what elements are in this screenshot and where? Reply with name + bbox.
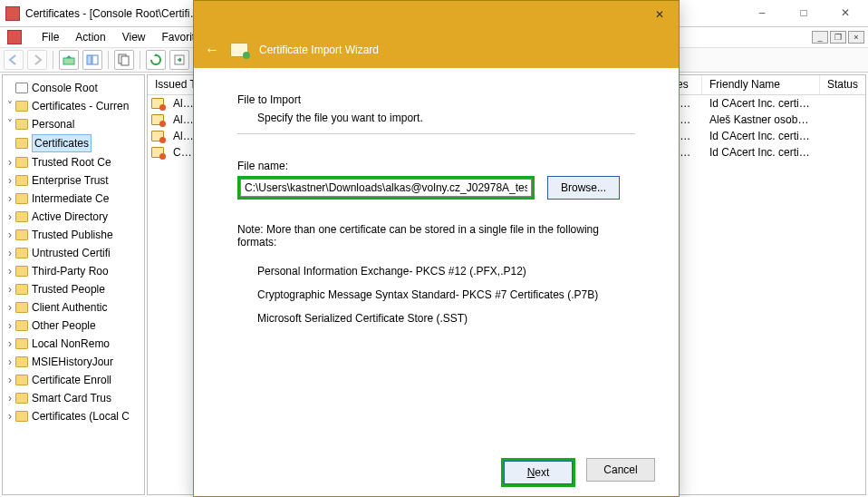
- folder-icon: [15, 338, 28, 349]
- console-tree-pane[interactable]: Console Root ˅Certificates - Curren ˅Per…: [2, 74, 145, 495]
- tree-expander[interactable]: ›: [5, 172, 15, 189]
- tree-expander[interactable]: ›: [5, 336, 15, 352]
- mdi-controls: _ ❐ ×: [812, 31, 864, 44]
- nav-back-button: [4, 50, 24, 70]
- certificate-icon: [151, 98, 164, 109]
- tree-expander[interactable]: ˅: [5, 116, 15, 132]
- folder-icon: [15, 375, 28, 385]
- file-input-highlight: [237, 176, 535, 200]
- app-icon: [5, 6, 20, 21]
- folder-icon: [15, 356, 28, 367]
- file-name-input[interactable]: [240, 179, 532, 197]
- dialog-header: ← Certificate Import Wizard: [194, 32, 679, 68]
- tree-msie-history[interactable]: MSIEHistoryJour: [32, 354, 113, 370]
- col-friendly-name[interactable]: Friendly Name: [702, 75, 820, 94]
- cell-friendly: Id CAcert Inc. certifi…: [702, 146, 820, 159]
- tree-third-party[interactable]: Third-Party Roo: [32, 263, 109, 279]
- certificate-import-wizard-dialog: ✕ ← Certificate Import Wizard File to Im…: [193, 0, 680, 497]
- folder-icon: [15, 101, 28, 112]
- tree-other-people[interactable]: Other People: [32, 317, 96, 334]
- tree-personal[interactable]: Personal: [32, 116, 74, 132]
- mdi-restore-button[interactable]: ❐: [830, 31, 846, 44]
- folder-icon: [15, 229, 28, 240]
- menu-action[interactable]: Action: [75, 31, 105, 44]
- dialog-titlebar[interactable]: [194, 1, 679, 32]
- tree-expander[interactable]: ›: [5, 299, 15, 316]
- tree-cert-enroll[interactable]: Certificate Enroll: [32, 372, 111, 388]
- tree-expander[interactable]: ˅: [5, 98, 15, 114]
- tree-certificates[interactable]: Certificates: [32, 134, 92, 152]
- tree-expander[interactable]: ›: [5, 317, 15, 334]
- col-issued-to[interactable]: Issued To: [148, 75, 198, 94]
- up-button[interactable]: [59, 50, 79, 70]
- folder-icon: [15, 157, 28, 168]
- section-description: Specify the file you want to import.: [257, 112, 635, 124]
- tree-intermediate[interactable]: Intermediate Ce: [32, 190, 109, 207]
- tree-expander[interactable]: ›: [5, 263, 15, 279]
- browse-button[interactable]: Browse...: [547, 176, 620, 200]
- tree-console-root[interactable]: Console Root: [32, 80, 98, 96]
- window-minimize-button[interactable]: –: [741, 0, 783, 25]
- show-hide-tree-button[interactable]: [82, 50, 102, 70]
- window-close-button[interactable]: ✕: [825, 0, 866, 25]
- export-button[interactable]: [169, 50, 189, 70]
- tree-expander[interactable]: ›: [5, 245, 15, 261]
- tree-expander[interactable]: ›: [5, 190, 15, 207]
- tree-expander[interactable]: ›: [5, 372, 15, 388]
- refresh-button[interactable]: [146, 50, 166, 70]
- folder-icon: [15, 411, 28, 422]
- menu-view[interactable]: View: [122, 31, 146, 44]
- tree-client-auth[interactable]: Client Authentic: [32, 299, 107, 316]
- tree-expander[interactable]: ›: [5, 354, 15, 370]
- note-text: Note: More than one certificate can be s…: [237, 223, 635, 248]
- mmc-icon: [7, 30, 22, 44]
- svg-rect-4: [121, 56, 129, 65]
- tree-active-directory[interactable]: Active Directory: [32, 209, 108, 225]
- tree-local-nonremo[interactable]: Local NonRemo: [32, 336, 110, 352]
- section-title: File to Import: [237, 93, 635, 106]
- tree-enterprise-trust[interactable]: Enterprise Trust: [32, 172, 109, 189]
- copy-button[interactable]: [114, 50, 134, 70]
- folder-icon: [15, 266, 28, 277]
- tree-certs-local[interactable]: Certificates (Local C: [32, 408, 130, 424]
- tree-smart-card[interactable]: Smart Card Trus: [32, 390, 111, 406]
- tree-expander[interactable]: ›: [5, 227, 15, 243]
- tree-trusted-publisher[interactable]: Trusted Publishe: [32, 227, 113, 243]
- tree-untrusted[interactable]: Untrusted Certifi: [32, 245, 111, 261]
- tree-expander[interactable]: ›: [5, 390, 15, 406]
- cancel-button[interactable]: Cancel: [586, 458, 655, 482]
- cell-friendly: Aleš Kastner osobní…: [702, 113, 820, 126]
- folder-icon: [15, 175, 28, 186]
- certificate-icon: [151, 131, 164, 141]
- dialog-close-button[interactable]: ✕: [646, 5, 673, 24]
- format-pfx: Personal Information Exchange- PKCS #12 …: [257, 259, 635, 283]
- divider: [237, 133, 635, 134]
- folder-icon: [15, 393, 28, 404]
- folder-icon: [15, 320, 28, 331]
- mdi-minimize-button[interactable]: _: [812, 31, 828, 44]
- file-name-label: File name:: [237, 160, 635, 172]
- mdi-close-button[interactable]: ×: [848, 31, 864, 44]
- tree-trusted-root[interactable]: Trusted Root Ce: [32, 154, 111, 171]
- folder-icon: [15, 302, 28, 313]
- folder-icon: [15, 83, 28, 93]
- dialog-footer: Next Cancel: [194, 458, 679, 487]
- window-maximize-button[interactable]: □: [783, 0, 825, 25]
- wizard-back-button[interactable]: ←: [205, 42, 219, 58]
- svg-rect-0: [63, 58, 74, 64]
- next-button[interactable]: Next: [504, 461, 573, 484]
- folder-icon: [15, 248, 28, 258]
- window-controls: – □ ✕: [741, 0, 866, 25]
- menu-file[interactable]: File: [42, 31, 59, 44]
- tree-expander[interactable]: ›: [5, 154, 15, 171]
- folder-icon: [15, 119, 28, 130]
- col-status[interactable]: Status: [820, 75, 865, 94]
- tree-expander[interactable]: ›: [5, 209, 15, 225]
- tree-expander[interactable]: ›: [5, 408, 15, 424]
- tree-certs-current[interactable]: Certificates - Curren: [32, 98, 129, 114]
- tree-trusted-people[interactable]: Trusted People: [32, 281, 105, 297]
- tree-expander[interactable]: ›: [5, 281, 15, 297]
- folder-icon: [15, 211, 28, 222]
- format-p7b: Cryptographic Message Syntax Standard- P…: [257, 283, 635, 307]
- next-button-highlight: Next: [501, 458, 575, 487]
